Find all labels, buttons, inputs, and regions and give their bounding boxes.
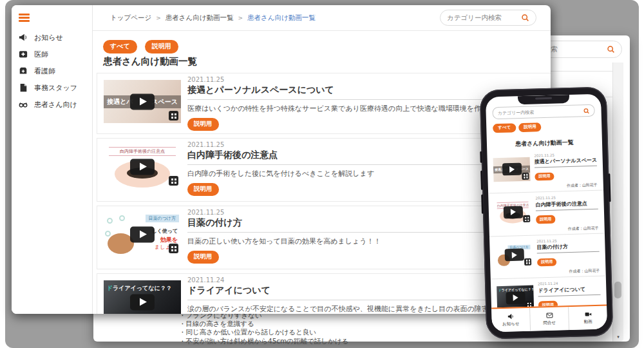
play-button[interactable] — [506, 291, 526, 304]
filter-all-button[interactable]: すべて — [493, 123, 516, 132]
fullscreen-icon[interactable] — [523, 215, 530, 222]
video-thumbnail[interactable]: 白内障手術後の注意点 — [104, 145, 181, 188]
sidebar-item-doctor[interactable]: 医師 — [12, 46, 92, 62]
play-button[interactable] — [130, 226, 155, 242]
sidebar-item-label: 事務スタッフ — [34, 83, 77, 93]
sidebar-item-nurse[interactable]: 看護師 — [12, 63, 92, 79]
header-bar: トップページ>患者さん向け動画一覧>患者さん向け動画一覧 カテゴリー内検索 — [93, 5, 551, 31]
thumb-decoration — [105, 231, 111, 237]
nav-item-contact[interactable]: 問合せ — [529, 307, 569, 331]
search-icon[interactable] — [583, 108, 589, 114]
play-button[interactable] — [130, 159, 155, 175]
search-icon[interactable] — [521, 14, 529, 22]
video-thumbnail[interactable]: 目薬のつけ方 しく使って 効果を ましょう — [104, 213, 181, 256]
breadcrumb-current[interactable]: 患者さん向け動画一覧 — [247, 14, 316, 21]
overflow-note-list: ・フランクになりすぎない ・目線の高さを意識する ・同じ高さか低い位置から話しか… — [179, 311, 348, 345]
video-camera-icon — [584, 311, 592, 318]
play-button[interactable] — [504, 249, 524, 262]
nav-item-video[interactable]: 動画 — [568, 305, 607, 330]
scrollbar[interactable]: ▾ — [612, 63, 623, 342]
breadcrumb-parent[interactable]: 患者さん向け動画一覧 — [166, 14, 234, 21]
video-tag[interactable]: 説明用 — [536, 215, 555, 224]
video-creator: 作成者：山田花子 — [536, 225, 599, 233]
nav-item-news[interactable]: お知らせ — [491, 308, 530, 333]
video-date: 2021.11.25 — [187, 76, 542, 83]
video-thumbnail[interactable]: 目薬のつけ方 — [495, 242, 533, 267]
mail-icon — [545, 312, 553, 319]
video-tag[interactable]: 説明用 — [187, 183, 219, 196]
nav-item-label: お知らせ — [502, 321, 520, 327]
document-icon — [19, 83, 28, 92]
sidebar-item-label: 患者さん向け — [34, 100, 77, 110]
search-icon[interactable] — [607, 45, 615, 53]
thumb-label: 目薬のつけ方 — [146, 215, 180, 222]
video-list: 接遇とパスペース 2021.11.25 接遇とパーソナルスペースについて 説明用… — [487, 148, 607, 322]
nav-item-label: 動画 — [584, 319, 592, 325]
mute-switch — [480, 151, 482, 163]
video-list-item[interactable]: 白内障手術後の注意点 2021.11.25 白内障手術後の注意点 説明用 作成者… — [488, 191, 605, 237]
note-line: ・同じ高さか低い位置から話しかけると良い — [179, 328, 348, 336]
video-title[interactable]: 目薬の付け方 — [536, 241, 599, 253]
video-thumbnail[interactable]: 接遇とパスペース — [493, 157, 531, 182]
search-placeholder: カテゴリー内検索 — [498, 109, 535, 117]
megaphone-icon — [19, 33, 28, 42]
video-title[interactable]: ドライアイについて — [538, 284, 600, 296]
video-creator: 作成者：山田花子 — [535, 182, 598, 190]
volume-up-button — [480, 171, 483, 190]
thumb-caption: 白内障手術後の注意点 — [109, 147, 175, 156]
search-input[interactable]: カテゴリー内検索 — [440, 10, 536, 26]
thumb-text: 接遇とパ — [107, 97, 133, 106]
scrollbar-down-arrow[interactable]: ▾ — [613, 334, 623, 340]
hamburger-menu-icon[interactable] — [19, 14, 30, 22]
breadcrumb: トップページ>患者さん向け動画一覧>患者さん向け動画一覧 — [110, 14, 316, 23]
breadcrumb-home[interactable]: トップページ — [110, 14, 151, 21]
medical-kit-icon — [19, 50, 28, 59]
video-thumbnail[interactable]: 白内障手術後の注意点 — [494, 200, 531, 225]
video-title[interactable]: 白内障手術後の注意点 — [535, 198, 598, 211]
fullscreen-icon[interactable] — [522, 172, 529, 179]
sidebar-item-patients[interactable]: 患者さん向け — [12, 97, 92, 112]
smartphone-mockup: カテゴリー内検索 すべて 説明用 患者さん向け動画一覧 接遇とパスペース — [480, 86, 614, 339]
sidebar-item-news[interactable]: お知らせ — [12, 30, 92, 45]
filter-explain-button[interactable]: 説明用 — [518, 122, 542, 131]
thumb-text: スペース — [151, 97, 178, 106]
thumb-decoration — [119, 215, 125, 221]
play-button[interactable] — [503, 206, 523, 218]
filter-explain-button[interactable]: 説明用 — [145, 40, 178, 53]
video-list-item[interactable]: 接遇とパスペース 2021.11.25 接遇とパーソナルスペースについて 説明用… — [487, 148, 603, 193]
video-list-item[interactable]: 目薬のつけ方 2021.11.25 目薬の付け方 説明用 作成者：山田花子 — [489, 233, 606, 279]
sidebar-item-staff[interactable]: 事務スタッフ — [12, 80, 92, 95]
breadcrumb-separator: > — [238, 15, 243, 21]
video-tag[interactable]: 説明用 — [535, 172, 554, 180]
breadcrumb-separator: > — [156, 15, 161, 21]
video-tag[interactable]: 説明用 — [187, 251, 219, 264]
thumb-caption: ドライアイってなに？？ — [107, 284, 180, 293]
page-title: 患者さん向け動画一覧 — [487, 137, 602, 149]
video-tag[interactable]: 説明用 — [537, 258, 556, 266]
nav-item-label: 問合せ — [543, 320, 556, 327]
fullscreen-icon[interactable] — [169, 111, 178, 121]
scrollbar-thumb[interactable] — [614, 282, 621, 298]
video-thumbnail[interactable]: ドライアイってなに？？ — [104, 280, 181, 314]
fullscreen-icon[interactable] — [524, 258, 531, 265]
play-button[interactable] — [502, 163, 522, 176]
volume-down-button — [481, 195, 484, 214]
sidebar-item-label: 看護師 — [34, 66, 55, 76]
filter-all-button[interactable]: すべて — [103, 40, 137, 53]
nurse-cap-icon — [19, 66, 28, 75]
play-button[interactable] — [130, 294, 155, 310]
play-button[interactable] — [130, 93, 155, 110]
phone-screen: カテゴリー内検索 すべて 説明用 患者さん向け動画一覧 接遇とパスペース — [486, 94, 607, 333]
video-tag[interactable]: 説明用 — [187, 118, 219, 131]
search-input[interactable]: カテゴリー内検索 — [492, 104, 594, 119]
fullscreen-icon[interactable] — [169, 244, 178, 253]
video-title[interactable]: 接遇とパーソナルスペースについて — [535, 155, 597, 168]
glasses-icon — [19, 100, 28, 109]
video-thumbnail[interactable]: 接遇とパ スペース — [104, 80, 181, 123]
search-placeholder: カテゴリー内検索 — [447, 14, 502, 23]
thumb-text: 効果を — [160, 236, 178, 244]
video-card[interactable]: ドライアイってなに？？ 2021.11.24 ドライアイについて 涙の層のバラン… — [97, 273, 551, 314]
fullscreen-icon[interactable] — [169, 176, 178, 186]
sidebar-item-label: 医師 — [34, 50, 48, 59]
speaker-icon — [507, 313, 514, 320]
